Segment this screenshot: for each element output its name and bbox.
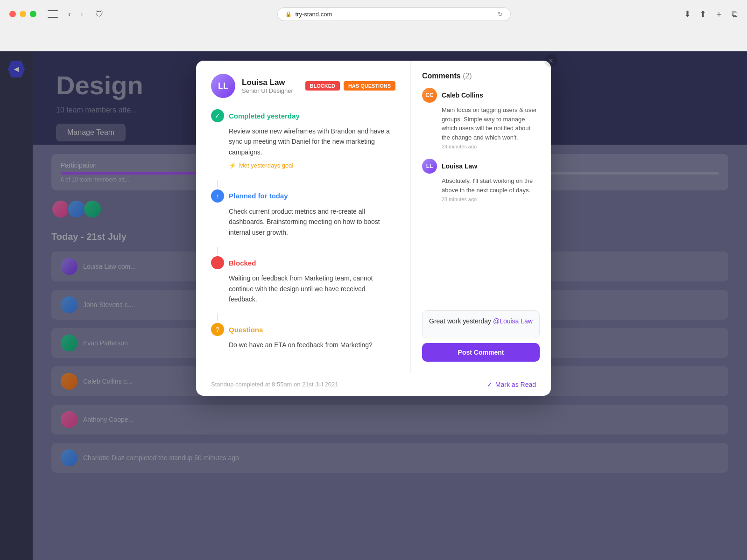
close-window-button[interactable] xyxy=(9,11,16,17)
user-badges: BLOCKED HAS QUESTIONS xyxy=(305,81,395,91)
modal-wrapper: LL Louisa Law Senior UI Designer BLOCKED… xyxy=(196,61,551,396)
comment-item: LL Louisa Law Absolutely, I'll start wor… xyxy=(422,159,540,202)
modal-main: LL Louisa Law Senior UI Designer BLOCKED… xyxy=(196,61,551,373)
comment-text: Absolutely, I'll start working on the ab… xyxy=(422,176,540,195)
comment-avatar: LL xyxy=(422,159,437,174)
blocked-content: Waiting on feedback from Marketing team,… xyxy=(229,273,395,304)
planned-title: Planned for today xyxy=(229,192,288,200)
comment-header: LL Louisa Law xyxy=(422,159,540,174)
user-header: LL Louisa Law Senior UI Designer BLOCKED… xyxy=(211,74,395,98)
comment-input-text-before: Great work yesterday xyxy=(429,317,493,325)
blocked-text: Waiting on feedback from Marketing team,… xyxy=(229,274,373,303)
lock-icon: 🔒 xyxy=(285,11,292,17)
modal-close-button[interactable]: ✕ xyxy=(544,54,557,67)
timeline-divider xyxy=(217,314,218,321)
post-comment-button[interactable]: Post Comment xyxy=(422,343,540,362)
planned-content: Check current product metrics and re-cre… xyxy=(229,206,395,238)
planned-header: ↑ Planned for today xyxy=(211,189,395,203)
user-info: Louisa Law Senior UI Designer xyxy=(242,78,299,94)
sidebar-toggle-button[interactable] xyxy=(48,10,58,18)
blocked-badge: BLOCKED xyxy=(305,81,340,91)
modal-footer: Standup completed at 8:55am on 21st Jul … xyxy=(196,373,551,396)
user-name: Louisa Law xyxy=(242,78,299,87)
checkmark-icon: ✓ xyxy=(487,381,493,388)
download-button[interactable]: ⬇ xyxy=(684,9,691,19)
nav-arrows: ‹ › xyxy=(65,8,86,20)
lightning-icon: ⚡ xyxy=(229,161,236,171)
completed-icon: ✓ xyxy=(211,109,224,122)
goal-text: Met yesterdays goal xyxy=(239,161,293,171)
completed-header: ✓ Completed yesterday xyxy=(211,109,395,122)
comments-count: (2) xyxy=(463,72,472,80)
address-bar-container: 🔒 try-stand.com ↻ xyxy=(109,7,678,21)
timeline-divider xyxy=(217,247,218,254)
questions-title: Questions xyxy=(229,326,263,334)
blocked-icon: − xyxy=(211,256,224,269)
comment-avatar: CC xyxy=(422,88,437,103)
comments-title: Comments (2) xyxy=(422,72,540,80)
tabs-button[interactable]: ⧉ xyxy=(732,9,738,19)
minimize-window-button[interactable] xyxy=(20,11,26,17)
timeline-divider xyxy=(217,180,218,188)
blocked-title: Blocked xyxy=(229,259,256,267)
comment-time: 28 minutes ago xyxy=(422,196,540,202)
comment-mention: @Louisa Law xyxy=(493,317,533,325)
questions-text: Do we have an ETA on feedback from Marke… xyxy=(229,341,373,349)
standup-timestamp: Standup completed at 8:55am on 21st Jul … xyxy=(211,381,338,388)
back-button[interactable]: ‹ xyxy=(65,8,74,20)
main-area: ◄ Design 10 team members atte... Manage … xyxy=(0,51,747,560)
questions-section: ? Questions Do we have an ETA on feedbac… xyxy=(211,323,395,350)
questions-icon: ? xyxy=(211,323,224,336)
questions-content: Do we have an ETA on feedback from Marke… xyxy=(229,340,395,350)
questions-header: ? Questions xyxy=(211,323,395,336)
shield-icon: 🛡 xyxy=(95,9,104,19)
comment-author: Louisa Law xyxy=(442,162,477,170)
questions-badge: HAS QUESTIONS xyxy=(344,81,395,91)
user-avatar: LL xyxy=(211,74,235,98)
forward-button[interactable]: › xyxy=(78,8,86,20)
comment-author: Caleb Collins xyxy=(442,91,483,99)
planned-text: Check current product metrics and re-cre… xyxy=(229,208,380,236)
user-role: Senior UI Designer xyxy=(242,87,299,94)
mark-as-read-button[interactable]: ✓ Mark as Read xyxy=(487,381,536,388)
maximize-window-button[interactable] xyxy=(30,11,36,17)
completed-content: Review some new wireframes with Brandon … xyxy=(229,126,395,171)
planned-icon: ↑ xyxy=(211,189,224,203)
browser-actions: ⬇ ⬆ ＋ ⧉ xyxy=(684,8,738,20)
comment-input-area: Great work yesterday @Louisa Law Post Co… xyxy=(422,292,540,362)
goal-indicator: ⚡ Met yesterdays goal xyxy=(229,161,395,171)
address-bar[interactable]: 🔒 try-stand.com ↻ xyxy=(277,7,511,21)
comment-header: CC Caleb Collins xyxy=(422,88,540,103)
modal-right-panel: Comments (2) CC Caleb Collins Main focus… xyxy=(411,61,551,373)
traffic-lights xyxy=(9,11,36,17)
browser-toolbar: ‹ › 🛡 🔒 try-stand.com ↻ ⬇ ⬆ ＋ ⧉ xyxy=(0,0,747,28)
browser-chrome: ‹ › 🛡 🔒 try-stand.com ↻ ⬇ ⬆ ＋ ⧉ xyxy=(0,0,747,51)
blocked-section: − Blocked Waiting on feedback from Marke… xyxy=(211,256,395,304)
share-button[interactable]: ⬆ xyxy=(699,9,706,19)
completed-section: ✓ Completed yesterday Review some new wi… xyxy=(211,109,395,171)
comment-input-box[interactable]: Great work yesterday @Louisa Law xyxy=(422,310,540,338)
comments-label: Comments xyxy=(422,72,461,80)
planned-section: ↑ Planned for today Check current produc… xyxy=(211,189,395,238)
url-text: try-stand.com xyxy=(296,11,332,18)
comment-time: 24 minutes ago xyxy=(422,144,540,149)
reload-button[interactable]: ↻ xyxy=(498,11,503,18)
modal-left-panel: LL Louisa Law Senior UI Designer BLOCKED… xyxy=(196,61,411,373)
comment-text: Main focus on tagging users & user group… xyxy=(422,105,540,142)
comment-item: CC Caleb Collins Main focus on tagging u… xyxy=(422,88,540,149)
modal-overlay: LL Louisa Law Senior UI Designer BLOCKED… xyxy=(0,51,747,560)
standup-modal: LL Louisa Law Senior UI Designer BLOCKED… xyxy=(196,61,551,396)
mark-as-read-label: Mark as Read xyxy=(495,381,536,388)
new-tab-button[interactable]: ＋ xyxy=(715,8,723,20)
completed-title: Completed yesterday xyxy=(229,112,300,120)
blocked-header: − Blocked xyxy=(211,256,395,269)
completed-text: Review some new wireframes with Brandon … xyxy=(229,127,390,156)
